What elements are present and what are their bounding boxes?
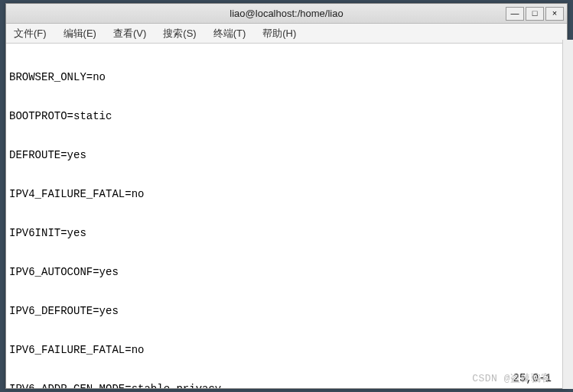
config-line: BROWSER_ONLY=no bbox=[9, 71, 564, 84]
titlebar: liao@localhost:/home/liao — □ × bbox=[6, 4, 567, 24]
close-button[interactable]: × bbox=[545, 7, 564, 21]
menubar: 文件(F) 编辑(E) 查看(V) 搜索(S) 终端(T) 帮助(H) bbox=[6, 24, 567, 44]
config-line: IPV4_FAILURE_FATAL=no bbox=[9, 188, 564, 201]
menu-search[interactable]: 搜索(S) bbox=[160, 25, 199, 42]
menu-edit[interactable]: 编辑(E) bbox=[60, 25, 99, 42]
scrollbar[interactable] bbox=[562, 40, 573, 389]
config-line: IPV6_AUTOCONF=yes bbox=[9, 266, 564, 279]
watermark-text: CSDN @盗棘骗客 bbox=[472, 372, 552, 385]
config-line: IPV6_DEFROUTE=yes bbox=[9, 305, 564, 318]
minimize-button[interactable]: — bbox=[506, 7, 524, 21]
menu-terminal[interactable]: 终端(T) bbox=[210, 25, 249, 42]
terminal-window: liao@localhost:/home/liao — □ × 文件(F) 编辑… bbox=[5, 3, 568, 389]
terminal-area[interactable]: BROWSER_ONLY=no BOOTPROTO=static DEFROUT… bbox=[6, 44, 567, 388]
window-title: liao@localhost:/home/liao bbox=[6, 8, 567, 19]
window-controls: — □ × bbox=[506, 7, 564, 21]
menu-view[interactable]: 查看(V) bbox=[110, 25, 149, 42]
menu-file[interactable]: 文件(F) bbox=[11, 25, 50, 42]
config-line: IPV6INIT=yes bbox=[9, 227, 564, 240]
menu-help[interactable]: 帮助(H) bbox=[259, 25, 299, 42]
maximize-button[interactable]: □ bbox=[526, 7, 544, 21]
config-line: IPV6_FAILURE_FATAL=no bbox=[9, 344, 564, 357]
config-line: DEFROUTE=yes bbox=[9, 149, 564, 162]
config-line: BOOTPROTO=static bbox=[9, 110, 564, 123]
